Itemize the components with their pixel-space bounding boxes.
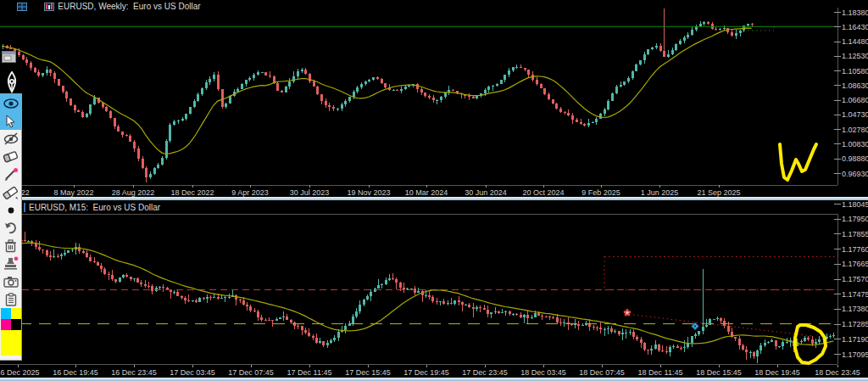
date-label: 17 Dec 11:45 [287, 368, 332, 377]
descending-trendline[interactable] [625, 314, 812, 336]
bottom-splitter[interactable] [0, 378, 868, 381]
price-tick-label: 1.17285 [842, 320, 868, 328]
active-chart-indicator [24, 203, 25, 212]
palette-color-1[interactable] [11, 308, 21, 319]
date-label: 30 Jun 2024 [465, 188, 507, 197]
date-label: 17 Dec 23:45 [462, 368, 508, 377]
date-label: 17 Dec 07:45 [228, 368, 274, 377]
supply-box-red[interactable] [604, 256, 837, 289]
m15-chart-title: EURUSD, M15: Euro vs US Dollar [24, 203, 160, 212]
price-tick-label: 1.17475 [842, 290, 868, 299]
candlestick-chart-icon [31, 3, 55, 11]
candles[interactable] [2, 232, 835, 363]
price-tick-label: 1.02780 [842, 126, 868, 134]
delete-all-tool-icon[interactable] [0, 237, 22, 255]
eraser-tool-icon[interactable] [0, 148, 22, 165]
price-tick-label: 1.17665 [842, 260, 868, 268]
weekly-chart-title-text: EURUSD, Weekly: Euro vs US Dollar [58, 2, 200, 11]
price-tick-label: 1.16430 [842, 23, 868, 31]
date-label: 18 Dec 11:45 [638, 368, 683, 377]
price-tick-label: 1.17380 [842, 305, 868, 313]
weekly-chart[interactable]: 1.183801.164301.144801.125301.105801.086… [0, 8, 868, 197]
date-label: 19 Nov 2023 [347, 188, 390, 197]
date-label: 18 Dec 2022 [170, 188, 214, 197]
price-tick-label: 1.17950 [842, 215, 868, 223]
stamp-tool-icon[interactable] [0, 255, 22, 272]
screenshot-tool-icon[interactable] [0, 272, 22, 290]
price-axis: 1.180451.179501.178551.177601.176651.175… [834, 200, 868, 359]
palette-color-0[interactable] [1, 308, 11, 319]
price-tick-label: 1.12530 [842, 52, 868, 60]
date-label: 20 Oct 2024 [522, 188, 564, 197]
date-label: 18 Dec 19:45 [754, 368, 800, 377]
date-label: 17 Dec 03:45 [170, 368, 215, 377]
price-tick-label: 0.96930 [842, 170, 868, 178]
date-label: 18 Dec 03:45 [520, 368, 566, 377]
price-tick-label: 0.98880 [842, 154, 868, 163]
price-axis: 1.183801.164301.144801.125301.105801.086… [834, 8, 868, 178]
pencil-draw-tool-icon[interactable] [0, 165, 22, 183]
cursor-tool-icon[interactable] [0, 112, 22, 130]
price-tick-label: 1.17855 [842, 230, 868, 238]
m15-chart[interactable]: 1.180451.179501.178551.177601.176651.175… [0, 200, 868, 378]
price-tick-label: 1.08630 [842, 81, 868, 90]
date-label: 16 Dec 2025 [0, 368, 40, 377]
moving-average-line[interactable] [3, 28, 752, 154]
charts-canvas[interactable]: 1.183801.164301.144801.125301.105801.086… [0, 0, 868, 381]
pen-tool-icon[interactable] [4, 71, 19, 93]
date-label: 10 Mar 2024 [405, 188, 448, 197]
price-tick-label: 1.17095 [842, 350, 868, 359]
color-palette[interactable] [1, 308, 21, 330]
show-drawings-tool-icon[interactable] [0, 94, 22, 112]
copy-tool-icon[interactable] [0, 290, 22, 308]
chart-objects[interactable] [0, 256, 837, 336]
weekly-chart-title: EURUSD, Weekly: Euro vs US Dollar [3, 2, 201, 11]
date-label: 17 Dec 19:45 [403, 368, 449, 377]
annotation-w-pattern[interactable] [780, 144, 816, 180]
date-label: 8 May 2022 [53, 188, 93, 197]
drawing-toolbar [0, 93, 22, 361]
date-label: 21 Sep 2025 [697, 188, 740, 197]
date-label: 16 Dec 19:45 [53, 368, 98, 377]
price-tick-label: 1.14480 [842, 37, 868, 46]
date-label: 18 Dec 07:45 [579, 368, 625, 377]
date-label: 16 Dec 23:45 [111, 368, 157, 377]
date-label: 9 Feb 2025 [581, 188, 620, 197]
price-tick-label: 1.00830 [842, 140, 868, 148]
moving-average-line[interactable] [3, 243, 833, 345]
brush-size-tool-icon[interactable] [0, 201, 22, 219]
docked-window-icon[interactable] [2, 51, 16, 63]
price-tick-label: 1.06680 [842, 96, 868, 104]
clear-drawings-tool-icon[interactable] [0, 183, 22, 201]
date-label: 17 Dec 15:45 [345, 368, 391, 377]
price-tick-label: 1.10580 [842, 67, 868, 76]
palette-color-3[interactable] [11, 319, 21, 330]
price-tick-label: 1.17570 [842, 275, 868, 283]
undo-tool-icon[interactable] [0, 219, 22, 237]
date-label: 9 Apr 2023 [231, 188, 269, 197]
plot-border [0, 8, 838, 186]
time-axis: 16 Dec 202516 Dec 19:4516 Dec 23:4517 De… [0, 365, 860, 377]
date-label: 30 Jul 2023 [290, 188, 330, 197]
price-tick-label: 1.17760 [842, 245, 868, 254]
price-tick-label: 1.18380 [842, 8, 868, 17]
price-tick-label: 1.18045 [842, 200, 868, 209]
hide-drawings-tool-icon[interactable] [0, 130, 22, 148]
price-tick-label: 1.17190 [842, 335, 868, 344]
active-color-swatch[interactable] [1, 330, 21, 356]
date-label: 28 Aug 2022 [112, 188, 155, 197]
candles[interactable] [2, 8, 754, 182]
chart-grid-icon [3, 3, 27, 11]
m15-chart-title-text: EURUSD, M15: Euro vs US Dollar [29, 203, 160, 212]
date-label: 18 Dec 15:45 [696, 368, 742, 377]
panel-splitter[interactable] [0, 197, 868, 200]
date-label: 18 Dec 23:45 [815, 368, 860, 377]
palette-color-2[interactable] [1, 319, 11, 330]
sell-signal-marker[interactable] [624, 309, 632, 316]
time-axis: 16 Jan 20228 May 202228 Aug 202218 Dec 2… [0, 185, 741, 197]
date-label: 1 Jun 2025 [641, 188, 679, 197]
price-tick-label: 1.04730 [842, 110, 868, 119]
mt4-window: 1.183801.164301.144801.125301.105801.086… [0, 0, 868, 381]
plot-border [0, 214, 838, 365]
